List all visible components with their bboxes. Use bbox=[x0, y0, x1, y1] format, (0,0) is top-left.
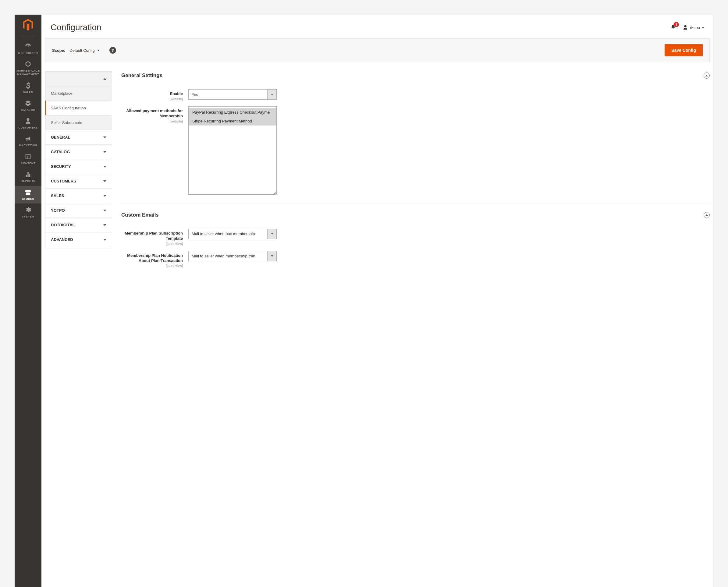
nav-dashboard[interactable]: DASHBOARD bbox=[15, 40, 42, 57]
config-category-advanced[interactable]: ADVANCED bbox=[45, 232, 112, 247]
field-label: Membership Plan Notification About Plan … bbox=[121, 253, 183, 263]
nav-stores[interactable]: STORES bbox=[15, 186, 42, 204]
nav-label: MARKETPLACE MANAGEMENT bbox=[16, 69, 40, 76]
field-label-wrap: Membership Plan Notification About Plan … bbox=[121, 251, 188, 268]
nav-sales[interactable]: SALES bbox=[15, 79, 42, 97]
collapse-icon bbox=[704, 72, 710, 78]
scope-value: Default Config bbox=[69, 48, 94, 53]
user-menu[interactable]: demo bbox=[683, 25, 704, 30]
nav-marketing[interactable]: MARKETING bbox=[15, 132, 42, 150]
admin-sidebar: DASHBOARD MARKETPLACE MANAGEMENT SALES C… bbox=[15, 15, 42, 587]
header-actions: 2 demo bbox=[670, 24, 704, 31]
config-category-security[interactable]: SECURITY bbox=[45, 159, 112, 174]
scope-bar: Scope: Default Config ? Save Config bbox=[45, 39, 710, 62]
multiselect-option[interactable]: Stripe Recurring Payment Method bbox=[189, 117, 276, 125]
dollar-icon bbox=[25, 82, 31, 89]
category-label: YOTPO bbox=[51, 208, 65, 213]
nav-customers[interactable]: CUSTOMERS bbox=[15, 115, 42, 132]
multiselect-option[interactable]: PayPal Recurring Express Checkout Payme bbox=[189, 108, 276, 117]
subscription-template-select[interactable]: Mail to seller when buy membership bbox=[188, 229, 277, 239]
config-category-yotpo[interactable]: YOTPO bbox=[45, 203, 112, 217]
gear-icon bbox=[25, 207, 31, 213]
chevron-down-icon bbox=[103, 195, 106, 197]
user-name: demo bbox=[690, 25, 700, 30]
field-scope: [store view] bbox=[121, 242, 183, 245]
category-label: CUSTOMERS bbox=[51, 179, 76, 183]
field-label: Allowed payment methods for Membership bbox=[121, 109, 183, 119]
config-category-dotdigital[interactable]: DOTDIGITAL bbox=[45, 217, 112, 232]
nav-catalog[interactable]: CATALOG bbox=[15, 97, 42, 115]
field-notification-template: Membership Plan Notification About Plan … bbox=[121, 251, 710, 268]
chevron-down-icon bbox=[103, 239, 106, 241]
sidebar-divider bbox=[20, 37, 36, 37]
chevron-down-icon bbox=[267, 229, 276, 239]
box-icon bbox=[25, 100, 31, 107]
scope-label: Scope: bbox=[52, 48, 65, 53]
field-label-wrap: Allowed payment methods for Membership [… bbox=[121, 106, 188, 123]
category-label: GENERAL bbox=[51, 135, 70, 140]
config-subitem-seller-subdomain[interactable]: Seller Subdomain bbox=[45, 115, 112, 130]
collapse-icon bbox=[704, 212, 710, 218]
layout-icon bbox=[25, 153, 31, 160]
field-control: Mail to seller when membership tran bbox=[188, 251, 277, 261]
field-enable: Enable [website] Yes bbox=[121, 89, 710, 101]
store-icon bbox=[25, 189, 31, 195]
chevron-down-icon bbox=[267, 251, 276, 261]
category-label: CATALOG bbox=[51, 149, 70, 154]
form-area: General Settings Enable [website] Yes bbox=[121, 71, 710, 273]
field-scope: [website] bbox=[121, 119, 183, 123]
field-control: PayPal Recurring Express Checkout Payme … bbox=[188, 106, 277, 195]
subitem-label: Marketplace bbox=[51, 91, 72, 96]
field-label-wrap: Enable [website] bbox=[121, 89, 188, 101]
magento-logo bbox=[23, 19, 33, 31]
nav-system[interactable]: SYSTEM bbox=[15, 204, 42, 221]
config-subitem-marketplace[interactable]: Marketplace bbox=[45, 86, 112, 100]
nav-label: REPORTS bbox=[21, 179, 35, 183]
page-header: Configuration 2 demo bbox=[42, 15, 713, 39]
subitem-label: SAAS Configuration bbox=[51, 106, 86, 110]
config-category-general[interactable]: GENERAL bbox=[45, 130, 112, 144]
nav-content[interactable]: CONTENT bbox=[15, 150, 42, 168]
nav-label: SYSTEM bbox=[22, 215, 35, 218]
enable-select[interactable]: Yes bbox=[188, 89, 277, 100]
chevron-up-icon bbox=[103, 78, 106, 80]
nav-reports[interactable]: REPORTS bbox=[15, 168, 42, 186]
bars-icon bbox=[25, 171, 31, 178]
nav-label: MARKETING bbox=[19, 143, 37, 147]
config-sidebar: Marketplace SAAS Configuration Seller Su… bbox=[45, 71, 112, 273]
config-category-customers[interactable]: CUSTOMERS bbox=[45, 174, 112, 188]
field-payment-methods: Allowed payment methods for Membership [… bbox=[121, 106, 710, 195]
save-config-button[interactable]: Save Config bbox=[665, 44, 703, 56]
notification-template-select[interactable]: Mail to seller when membership tran bbox=[188, 251, 277, 261]
user-icon bbox=[683, 25, 688, 30]
chevron-down-icon bbox=[103, 137, 106, 138]
chevron-down-icon bbox=[103, 224, 106, 226]
select-value: Mail to seller when buy membership bbox=[189, 229, 267, 239]
category-label: DOTDIGITAL bbox=[51, 223, 75, 227]
scope-help-button[interactable]: ? bbox=[109, 47, 116, 54]
field-label-wrap: Membership Plan Subscription Template [s… bbox=[121, 229, 188, 245]
notifications-button[interactable]: 2 bbox=[670, 24, 676, 31]
config-subitem-saas[interactable]: SAAS Configuration bbox=[45, 100, 112, 115]
config-group-toggle[interactable] bbox=[45, 71, 112, 86]
hexagon-icon bbox=[25, 61, 31, 67]
payment-methods-multiselect[interactable]: PayPal Recurring Express Checkout Payme … bbox=[188, 106, 277, 195]
nav-label: STORES bbox=[22, 197, 35, 201]
chevron-down-icon bbox=[103, 166, 106, 167]
select-value: Mail to seller when membership tran bbox=[189, 251, 267, 261]
config-category-sales[interactable]: SALES bbox=[45, 188, 112, 203]
scope-select[interactable]: Default Config bbox=[69, 48, 99, 53]
config-category-catalog[interactable]: CATALOG bbox=[45, 144, 112, 159]
category-label: ADVANCED bbox=[51, 237, 73, 242]
nav-label: DASHBOARD bbox=[18, 51, 38, 54]
section-custom-emails-toggle[interactable]: Custom Emails bbox=[121, 211, 710, 223]
chevron-down-icon bbox=[702, 27, 704, 28]
section-general-settings-toggle[interactable]: General Settings bbox=[121, 71, 710, 84]
subitem-label: Seller Subdomain bbox=[51, 120, 82, 125]
nav-label: CATALOG bbox=[21, 108, 35, 112]
section-divider bbox=[121, 204, 710, 204]
nav-marketplace[interactable]: MARKETPLACE MANAGEMENT bbox=[15, 57, 42, 79]
chevron-down-icon bbox=[103, 180, 106, 182]
main-content: Configuration 2 demo Scope: Default Conf… bbox=[42, 15, 713, 587]
scope-left: Scope: Default Config ? bbox=[52, 47, 116, 54]
